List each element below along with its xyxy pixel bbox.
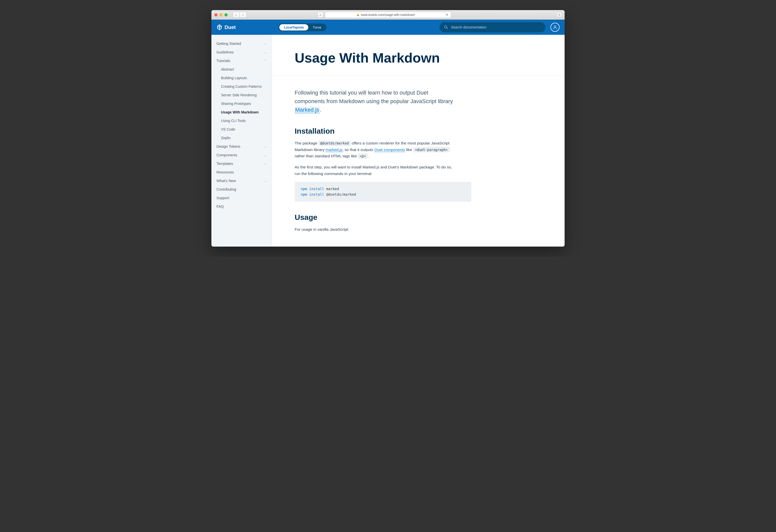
back-button[interactable]: ‹	[233, 12, 240, 18]
nav-item-what-s-new[interactable]: What's New⌄	[211, 177, 272, 185]
close-window-button[interactable]	[214, 13, 217, 16]
nav-item-components[interactable]: Components⌄	[211, 151, 272, 159]
search-icon	[444, 25, 448, 29]
logo-icon	[216, 24, 222, 30]
usage-heading: Usage	[295, 213, 542, 222]
chevron-up-icon: ⌃	[264, 59, 267, 62]
content: Usage With Markdown Following this tutor…	[272, 35, 565, 247]
nav-item-getting-started[interactable]: Getting Started⌄	[211, 39, 272, 48]
nav-item-design-tokens[interactable]: Design Tokens⌄	[211, 142, 272, 151]
nav-item-resources[interactable]: Resources	[211, 168, 272, 177]
logo[interactable]: Duet	[216, 24, 236, 30]
nav-item-label: Templates	[216, 162, 233, 166]
nav-subitem-vs-code[interactable]: VS Code	[211, 125, 272, 134]
nav-item-label: Support	[216, 196, 229, 200]
install-code-block: npm install marked npm install @duetds/m…	[295, 182, 471, 202]
nav-item-label: Tutorials	[216, 59, 230, 63]
intro-paragraph: Following this tutorial you will learn h…	[295, 88, 456, 114]
inline-code-duet-paragraph: <duet-paragraph>	[413, 147, 449, 152]
reader-view-button[interactable]: ≡	[317, 12, 324, 18]
minimize-window-button[interactable]	[219, 13, 222, 16]
theme-toggle: LocalTapiola Turva	[278, 23, 326, 31]
nav-subitem-zeplin[interactable]: Zeplin	[211, 134, 272, 142]
brand-name: Duet	[224, 24, 236, 30]
search-input[interactable]	[451, 25, 541, 29]
user-icon	[553, 25, 558, 30]
traffic-lights	[214, 13, 227, 16]
refresh-icon[interactable]: ⟳	[446, 13, 448, 17]
nav-item-label: Design Tokens	[216, 145, 240, 149]
nav-item-label: Contributing	[216, 187, 236, 191]
zoom-window-button[interactable]	[224, 13, 227, 16]
nav-subitem-building-layouts[interactable]: Building Layouts	[211, 74, 272, 82]
install-paragraph-2: As the first step, you will want to inst…	[295, 164, 456, 177]
nav-item-label: FAQ	[216, 205, 224, 209]
markedjs-link[interactable]: Marked.js	[295, 107, 320, 113]
sidebar: Getting Started⌄Guidelines⌄Tutorials⌃Abs…	[211, 35, 272, 247]
nav-item-faq[interactable]: FAQ	[211, 202, 272, 211]
installation-heading: Installation	[295, 127, 542, 136]
duet-components-link[interactable]: Duet components	[374, 148, 405, 152]
chevron-down-icon: ⌄	[264, 42, 267, 45]
forward-button[interactable]: ›	[240, 12, 247, 18]
nav-item-label: Components	[216, 153, 237, 157]
install-paragraph-1: The package @duetds/marked offers a cust…	[295, 140, 456, 159]
nav-item-support[interactable]: Support	[211, 194, 272, 202]
nav-item-contributing[interactable]: Contributing	[211, 185, 272, 194]
chevron-down-icon: ⌄	[264, 179, 267, 183]
header: Duet LocalTapiola Turva	[211, 20, 565, 35]
nav-subitem-usage-with-markdown[interactable]: Usage With Markdown	[211, 108, 272, 116]
nav-item-label: What's New	[216, 179, 236, 183]
address-bar[interactable]: 🔒 www.duetds.com/usage-with-markdown/ ⟳	[325, 12, 451, 18]
body: Getting Started⌄Guidelines⌄Tutorials⌃Abs…	[211, 35, 565, 247]
toggle-option-turva[interactable]: Turva	[308, 24, 326, 30]
nav-subitem-using-cli-tools[interactable]: Using CLI Tools	[211, 116, 272, 125]
browser-window: ‹ › ≡ 🔒 www.duetds.com/usage-with-markdo…	[211, 10, 565, 247]
nav-item-templates[interactable]: Templates⌄	[211, 159, 272, 168]
lock-icon: 🔒	[357, 13, 360, 16]
nav-subitem-abstract[interactable]: Abstract	[211, 65, 272, 74]
inline-code-p-tag: <p>	[358, 154, 368, 159]
titlebar: ‹ › ≡ 🔒 www.duetds.com/usage-with-markdo…	[211, 10, 565, 20]
chevron-down-icon: ⌄	[264, 153, 267, 157]
inline-code-package: @duetds/marked	[318, 141, 351, 146]
app: Duet LocalTapiola Turva Getting Started⌄…	[211, 20, 565, 247]
page-title: Usage With Markdown	[295, 50, 542, 65]
svg-line-1	[446, 28, 447, 29]
nav-item-label: Guidelines	[216, 50, 234, 54]
nav-subitem-creating-custom-patterns[interactable]: Creating Custom Patterns	[211, 82, 272, 91]
account-avatar[interactable]	[551, 23, 560, 32]
chevron-down-icon: ⌄	[264, 145, 267, 148]
nav-item-tutorials[interactable]: Tutorials⌃	[211, 56, 272, 65]
chevron-down-icon: ⌄	[264, 162, 267, 166]
nav-subitem-server-side-rendering[interactable]: Server Side Rendering	[211, 91, 272, 99]
nav-arrows: ‹ ›	[233, 12, 247, 18]
nav-item-label: Getting Started	[216, 42, 241, 46]
markedjs-lib-link[interactable]: marked.js	[326, 148, 342, 152]
svg-point-2	[554, 25, 556, 27]
search-field[interactable]	[439, 22, 545, 32]
url-text: www.duetds.com/usage-with-markdown/	[361, 13, 415, 17]
usage-paragraph-1: For usage in vanilla JavaScript:	[295, 226, 456, 233]
nav-item-label: Resources	[216, 170, 234, 174]
chevron-down-icon: ⌄	[264, 50, 267, 54]
new-tab-button[interactable]: +	[557, 12, 562, 17]
toggle-option-localtapiola[interactable]: LocalTapiola	[279, 24, 308, 30]
nav-item-guidelines[interactable]: Guidelines⌄	[211, 48, 272, 56]
nav-subitem-sharing-prototypes[interactable]: Sharing Prototypes	[211, 99, 272, 108]
